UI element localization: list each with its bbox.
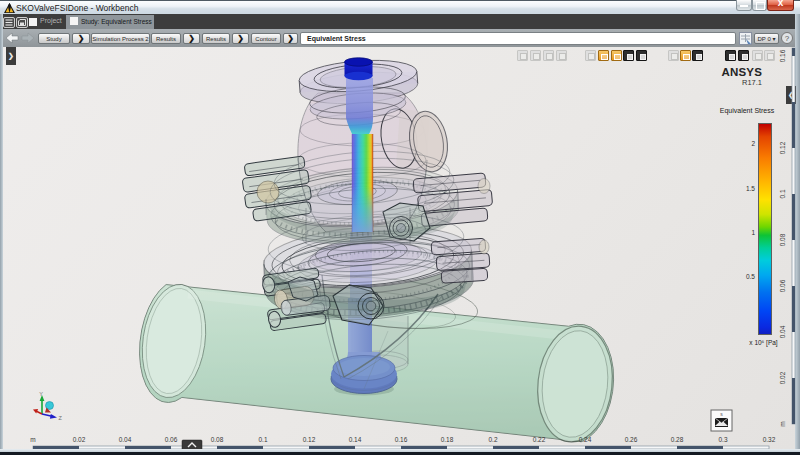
svg-text:0.26: 0.26 (625, 436, 638, 443)
svg-text:0.16: 0.16 (779, 49, 786, 62)
svg-text:0.28: 0.28 (671, 436, 684, 443)
svg-text:Y: Y (39, 391, 43, 397)
svg-text:Z: Z (59, 415, 63, 421)
svg-text:0.14: 0.14 (349, 436, 362, 443)
svg-text:0.06: 0.06 (779, 279, 786, 292)
svg-text:0.3: 0.3 (718, 436, 727, 443)
svg-text:0.2: 0.2 (488, 436, 497, 443)
svg-text:0.1: 0.1 (258, 436, 267, 443)
svg-text:0.22: 0.22 (533, 436, 546, 443)
svg-text:0.12: 0.12 (303, 436, 316, 443)
svg-text:0.02: 0.02 (73, 436, 86, 443)
svg-text:0.12: 0.12 (779, 141, 786, 154)
svg-text:0.08: 0.08 (211, 436, 224, 443)
svg-text:0.08: 0.08 (779, 233, 786, 246)
svg-text:0.16: 0.16 (395, 436, 408, 443)
svg-text:0.18: 0.18 (441, 436, 454, 443)
svg-text:0.32: 0.32 (763, 436, 776, 443)
svg-text:0.02: 0.02 (779, 371, 786, 384)
svg-text:0.1: 0.1 (779, 189, 786, 198)
svg-text:m: m (30, 436, 35, 443)
svg-text:0.04: 0.04 (119, 436, 132, 443)
svg-text:m: m (779, 421, 786, 426)
svg-text:0.06: 0.06 (165, 436, 178, 443)
svg-text:0.04: 0.04 (779, 325, 786, 338)
svg-text:0.24: 0.24 (579, 436, 592, 443)
